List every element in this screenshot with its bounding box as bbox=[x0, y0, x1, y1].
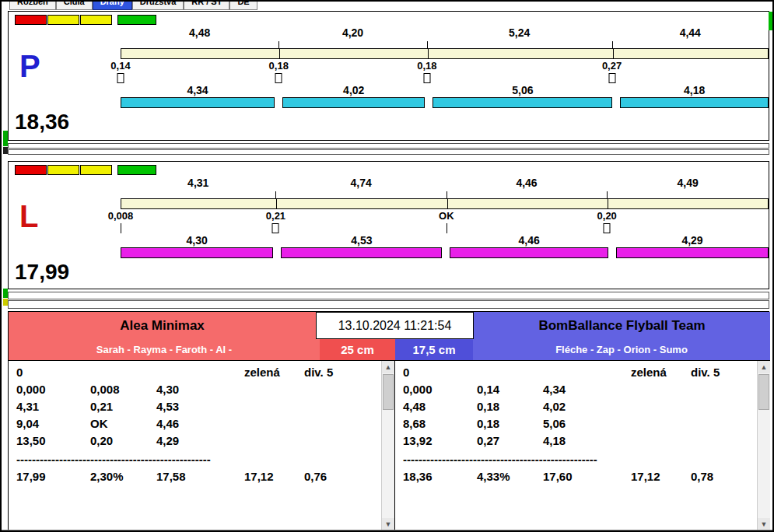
pass-bar-divider bbox=[613, 49, 614, 58]
tab-druzstva[interactable]: Družstva bbox=[132, 2, 184, 10]
table-row: 4,310,214,53 bbox=[9, 400, 381, 417]
lane-letter: L bbox=[19, 201, 38, 232]
team-left-name: Alea Minimax bbox=[120, 318, 205, 334]
table-separator: ----------------------------------------… bbox=[16, 453, 243, 466]
edge-artifact bbox=[3, 131, 8, 146]
team-right-lineup: Fléche - Zap - Orion - Sumo bbox=[473, 339, 770, 360]
pass-tick bbox=[275, 191, 276, 198]
run-time: 4,46 bbox=[519, 234, 540, 247]
pass-time: 4,49 bbox=[677, 177, 698, 189]
change-time: 0,20 bbox=[597, 210, 617, 222]
run-time: 4,29 bbox=[681, 234, 702, 247]
pass-tick bbox=[278, 41, 279, 48]
pass-time: 4,44 bbox=[680, 26, 701, 39]
table-cell: 9,04 bbox=[16, 417, 39, 430]
yellow-light bbox=[47, 165, 79, 175]
scroll-thumb[interactable] bbox=[758, 374, 769, 410]
tick-marker bbox=[447, 223, 447, 233]
scroll-up-icon[interactable]: ▲ bbox=[382, 361, 394, 373]
table-cell: 0,18 bbox=[477, 400, 499, 413]
box-marker bbox=[423, 73, 430, 83]
table-cell: 18,36 bbox=[403, 470, 433, 483]
tab-rr-st[interactable]: RR / ST bbox=[184, 2, 229, 10]
datetime-text: 13.10.2024 11:21:54 bbox=[338, 319, 452, 333]
table-cell: div. 5 bbox=[691, 366, 720, 379]
table-row: 13,500,204,29 bbox=[9, 434, 381, 451]
table-row: 9,04OK4,46 bbox=[9, 417, 381, 434]
run-bar-segment bbox=[433, 97, 612, 108]
table-cell: 4,29 bbox=[156, 434, 179, 447]
team-right-name: BomBallance Flyball Team bbox=[538, 318, 705, 334]
run-time: 4,53 bbox=[351, 234, 372, 247]
pass-time: 4,31 bbox=[187, 177, 208, 189]
table-cell: 4,31 bbox=[16, 400, 39, 413]
match-panel: Alea Minimax 13.10.2024 11:21:54 BomBall… bbox=[8, 311, 769, 530]
pass-tick bbox=[607, 191, 608, 198]
tab-de[interactable]: DE bbox=[229, 2, 257, 10]
yellow-light bbox=[80, 165, 112, 175]
status-lights bbox=[15, 165, 157, 175]
change-time: 0,18 bbox=[417, 60, 436, 72]
box-marker bbox=[275, 73, 282, 83]
tab-rozbeh[interactable]: Rozběh bbox=[9, 2, 56, 10]
scroll-down-icon[interactable]: ▼ bbox=[382, 518, 394, 530]
scrollbar[interactable]: ▲ ▼ bbox=[381, 361, 394, 530]
run-time: 4,02 bbox=[343, 84, 364, 96]
lane-total-time: 17,99 bbox=[15, 261, 69, 283]
pass-time: 4,48 bbox=[189, 26, 210, 39]
table-cell: 0 bbox=[16, 366, 23, 379]
run-time: 4,34 bbox=[187, 84, 208, 96]
tick-marker bbox=[121, 223, 121, 233]
status-lights bbox=[15, 15, 157, 25]
table-cell: 0,21 bbox=[90, 400, 113, 413]
team-left-jump-height: 25 cm bbox=[320, 339, 395, 360]
table-cell: 17,60 bbox=[543, 470, 573, 483]
table-cell: 5,06 bbox=[543, 417, 566, 430]
scroll-thumb[interactable] bbox=[383, 374, 394, 410]
table-row: 8,680,185,06 bbox=[395, 417, 757, 434]
run-time: 4,18 bbox=[684, 84, 705, 96]
table-cell: 4,48 bbox=[403, 400, 426, 413]
scroll-up-icon[interactable]: ▲ bbox=[758, 361, 770, 373]
tab-drahy[interactable]: Dráhy bbox=[93, 2, 132, 10]
change-time: 0,008 bbox=[108, 210, 134, 222]
table-cell: 17,58 bbox=[156, 470, 186, 483]
table-row: 13,920,274,18 bbox=[395, 434, 757, 451]
divider-strip bbox=[8, 292, 769, 299]
scrollbar[interactable]: ▲ ▼ bbox=[757, 361, 770, 530]
table-cell: 2,30% bbox=[90, 470, 124, 483]
change-time: 0,21 bbox=[266, 210, 285, 222]
table-cell: 0,008 bbox=[90, 383, 120, 396]
pass-bar-divider bbox=[276, 199, 277, 208]
table-cell: 4,53 bbox=[156, 400, 179, 413]
table-cell: 17,99 bbox=[16, 470, 46, 483]
table-separator: ----------------------------------------… bbox=[403, 453, 630, 466]
run-bar-segment bbox=[121, 97, 275, 108]
table-cell: 0,27 bbox=[477, 434, 499, 447]
pass-time: 4,20 bbox=[342, 26, 363, 39]
tab-cidla[interactable]: Čidla bbox=[56, 2, 93, 10]
run-bar-segment bbox=[121, 247, 273, 258]
change-time: 0,27 bbox=[602, 60, 622, 72]
table-cell: 0,000 bbox=[403, 383, 433, 396]
run-bar-segment bbox=[282, 97, 425, 108]
table-cell: 0,76 bbox=[304, 470, 327, 483]
yellow-light bbox=[47, 15, 79, 25]
table-row: 0zelenádiv. 5 bbox=[9, 366, 381, 383]
pass-tick bbox=[612, 41, 613, 48]
table-cell: 0,78 bbox=[691, 470, 713, 483]
table-cell: 0,18 bbox=[477, 417, 499, 430]
edge-artifact bbox=[769, 12, 774, 30]
run-bar-segment bbox=[450, 247, 608, 258]
table-cell: zelená bbox=[244, 366, 280, 379]
table-cell: 4,02 bbox=[543, 400, 566, 413]
red-light bbox=[15, 165, 47, 175]
table-row: 0,0000,0084,30 bbox=[9, 383, 381, 400]
run-bar-segment bbox=[620, 97, 769, 108]
divider-strip bbox=[8, 300, 769, 309]
table-totals-row: 18,364,33%17,6017,120,78 bbox=[395, 470, 757, 487]
lane-panel-right: P 18,36 4,484,205,244,440,140,180,180,27… bbox=[8, 11, 769, 141]
scroll-down-icon[interactable]: ▼ bbox=[758, 518, 770, 530]
divider-strip bbox=[8, 143, 769, 149]
run-bar-segment bbox=[616, 247, 769, 258]
